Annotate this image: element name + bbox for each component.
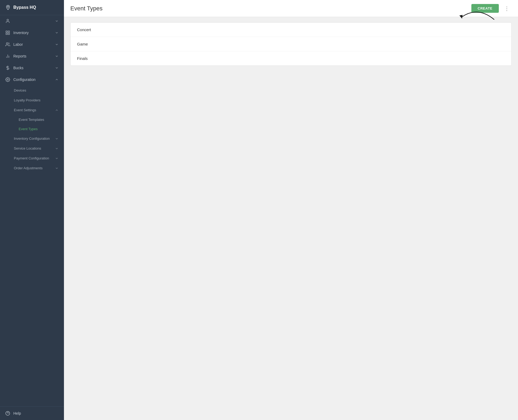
sidebar-item-devices[interactable]: Devices — [0, 85, 64, 95]
help-icon — [5, 411, 10, 416]
header-actions: CREATE ⋮ — [471, 4, 512, 13]
chevron-down-icon — [55, 54, 59, 58]
location-pin-icon — [5, 5, 11, 10]
sidebar-item-event-templates[interactable]: Event Templates — [0, 115, 64, 124]
sidebar-item-loyalty-providers[interactable]: Loyalty Providers — [0, 95, 64, 105]
sidebar-item-payment-configuration[interactable]: Payment Configuration — [0, 153, 64, 163]
chevron-down-icon — [55, 43, 59, 46]
user-icon — [5, 19, 10, 23]
main-header: Event Types CREATE ⋮ — [64, 0, 518, 17]
event-type-row[interactable]: Game — [71, 37, 511, 51]
sidebar-item-event-settings[interactable]: Event Settings — [0, 105, 64, 115]
svg-point-0 — [7, 6, 9, 7]
sidebar-label-bucks: Bucks — [13, 66, 23, 70]
sidebar-item-configuration[interactable]: Configuration — [0, 74, 64, 85]
labor-icon — [5, 42, 10, 47]
sidebar-item-event-types[interactable]: Event Types — [0, 124, 64, 134]
event-type-row[interactable]: Finals — [71, 51, 511, 65]
svg-rect-4 — [6, 33, 7, 35]
chevron-down-icon — [55, 66, 59, 70]
sidebar-label-configuration: Configuration — [13, 77, 35, 82]
svg-rect-5 — [8, 33, 10, 35]
chevron-down-icon — [55, 137, 59, 141]
chevron-down-icon — [55, 19, 59, 23]
sidebar-item-user[interactable] — [0, 15, 64, 27]
chevron-down-icon — [55, 147, 59, 150]
main-content-area: Event Types CREATE ⋮ Concert Game Finals — [64, 0, 518, 420]
more-options-button[interactable]: ⋮ — [502, 5, 512, 12]
sidebar-nav: Inventory Labor — [0, 15, 64, 406]
page-title: Event Types — [70, 5, 103, 12]
sidebar-item-reports[interactable]: Reports — [0, 50, 64, 62]
config-icon — [5, 77, 10, 82]
create-button[interactable]: CREATE — [471, 4, 499, 13]
chevron-up-icon — [55, 108, 59, 112]
chevron-down-icon — [55, 166, 59, 170]
sidebar-item-inventory[interactable]: Inventory — [0, 27, 64, 39]
chevron-down-icon — [55, 31, 59, 35]
event-types-list: Concert Game Finals — [70, 22, 512, 66]
sidebar-item-bucks[interactable]: Bucks — [0, 62, 64, 74]
svg-rect-3 — [8, 31, 10, 32]
sidebar-label-inventory: Inventory — [13, 31, 29, 35]
logo-text: Bypass HQ — [13, 5, 36, 10]
sidebar-item-inventory-configuration[interactable]: Inventory Configuration — [0, 134, 64, 143]
svg-point-6 — [6, 43, 8, 44]
sidebar-item-help[interactable]: Help — [5, 411, 59, 416]
chevron-up-icon — [55, 78, 59, 81]
inventory-icon — [5, 30, 10, 35]
main-body: Concert Game Finals — [64, 17, 518, 420]
sidebar-logo[interactable]: Bypass HQ — [0, 0, 64, 15]
sidebar-item-labor[interactable]: Labor — [0, 39, 64, 50]
event-type-row[interactable]: Concert — [71, 23, 511, 37]
reports-icon — [5, 54, 10, 59]
chevron-down-icon — [55, 157, 59, 160]
sidebar-footer: Help — [0, 406, 64, 420]
sidebar-item-service-locations[interactable]: Service Locations — [0, 143, 64, 153]
svg-point-11 — [7, 79, 9, 80]
bucks-icon — [5, 65, 10, 70]
sidebar: Bypass HQ Inventory — [0, 0, 64, 420]
sidebar-label-reports: Reports — [13, 54, 26, 58]
svg-rect-2 — [6, 31, 7, 32]
sidebar-item-order-adjustments[interactable]: Order Adjustments — [0, 163, 64, 173]
sidebar-label-labor: Labor — [13, 42, 23, 47]
svg-point-1 — [7, 19, 9, 21]
help-label: Help — [13, 411, 21, 415]
